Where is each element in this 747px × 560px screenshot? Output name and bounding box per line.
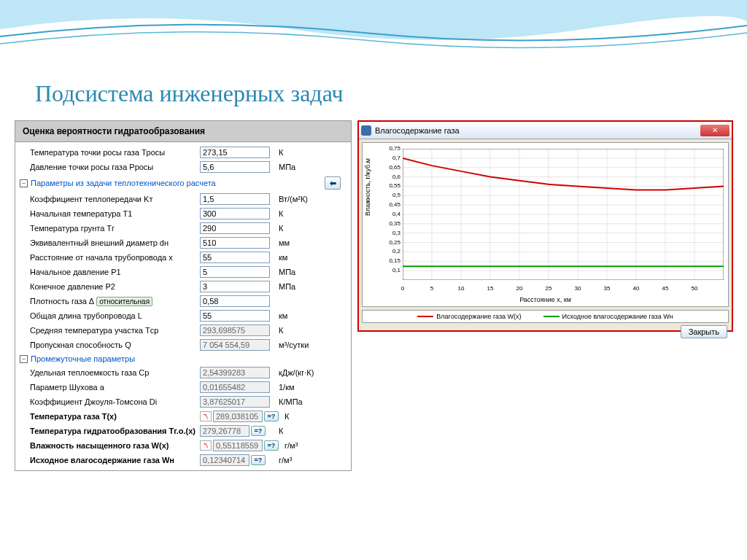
input-tg[interactable] bbox=[200, 222, 270, 234]
back-button[interactable]: ⬅ bbox=[325, 176, 341, 190]
output-tx bbox=[213, 411, 263, 422]
input-kt[interactable] bbox=[200, 193, 270, 205]
dialog-title: Влагосодержание газа bbox=[375, 126, 700, 135]
chart-icon[interactable]: 〽 bbox=[200, 411, 212, 421]
output-tcp bbox=[200, 324, 270, 336]
row-dew-pressure: Давление точки росы газа Pросы МПа bbox=[15, 160, 351, 174]
legend: Влагосодержание газа W(x) Исходное влаго… bbox=[362, 310, 729, 323]
label: Давление точки росы газа Pросы bbox=[21, 163, 200, 171]
dew-temp-input[interactable] bbox=[200, 147, 270, 158]
collapse-icon[interactable]: − bbox=[20, 355, 28, 363]
help-icon[interactable]: =? bbox=[251, 455, 266, 465]
section-title: Параметры из задачи теплотехнического ра… bbox=[31, 179, 216, 187]
input-dn[interactable] bbox=[200, 237, 270, 249]
help-icon[interactable]: =? bbox=[264, 440, 279, 451]
dialog-titlebar: Влагосодержание газа ✕ bbox=[359, 122, 732, 139]
output-di bbox=[200, 396, 270, 408]
collapse-icon[interactable]: − bbox=[20, 179, 28, 187]
legend-swatch-green bbox=[543, 316, 560, 317]
input-density[interactable] bbox=[200, 295, 270, 307]
output-q bbox=[200, 339, 270, 351]
chart-icon[interactable]: 〽 bbox=[200, 440, 212, 451]
input-p1[interactable] bbox=[200, 266, 270, 278]
app-icon bbox=[361, 125, 371, 136]
output-wx bbox=[213, 440, 263, 451]
label: Температура точки росы газа Tросы bbox=[21, 148, 200, 157]
chart-area: Влажность, г/куб.м Расстояние x, км 0,10… bbox=[362, 142, 729, 307]
hydrate-form-panel: Оценка вероятности гидратообразования Те… bbox=[15, 120, 352, 471]
unit: К bbox=[273, 148, 324, 157]
output-wn bbox=[200, 454, 249, 466]
section-title: Промежуточные параметры bbox=[31, 354, 135, 363]
chart-plot bbox=[403, 149, 724, 280]
row-dew-temp: Температура точки росы газа Tросы К bbox=[15, 145, 351, 160]
output-tgox bbox=[200, 425, 249, 437]
close-button[interactable]: Закрыть bbox=[681, 325, 727, 338]
help-icon[interactable]: =? bbox=[251, 426, 266, 436]
input-x[interactable] bbox=[200, 252, 270, 263]
input-p2[interactable] bbox=[200, 281, 270, 292]
legend-swatch-red bbox=[417, 316, 433, 317]
y-axis-label: Влажность, г/куб.м bbox=[364, 158, 371, 216]
output-cp bbox=[200, 367, 270, 378]
input-t1[interactable] bbox=[200, 208, 270, 219]
wave-decoration bbox=[0, 0, 747, 66]
x-axis-label: Расстояние x, км bbox=[363, 296, 728, 303]
section-thermal-params: − Параметры из задачи теплотехнического … bbox=[15, 174, 351, 192]
dew-pressure-input[interactable] bbox=[200, 161, 270, 173]
page-title: Подсистема инженерных задач bbox=[35, 80, 344, 107]
moisture-chart-dialog: Влагосодержание газа ✕ Влажность, г/куб.… bbox=[357, 120, 733, 332]
unit: МПа bbox=[273, 163, 324, 171]
density-type-tag[interactable]: относительная bbox=[96, 297, 152, 306]
panel-header: Оценка вероятности гидратообразования bbox=[15, 121, 351, 142]
output-a bbox=[200, 381, 270, 393]
close-icon[interactable]: ✕ bbox=[700, 125, 729, 136]
help-icon[interactable]: =? bbox=[264, 411, 279, 421]
input-l[interactable] bbox=[200, 310, 270, 322]
section-intermediate: − Промежуточные параметры bbox=[15, 352, 351, 365]
